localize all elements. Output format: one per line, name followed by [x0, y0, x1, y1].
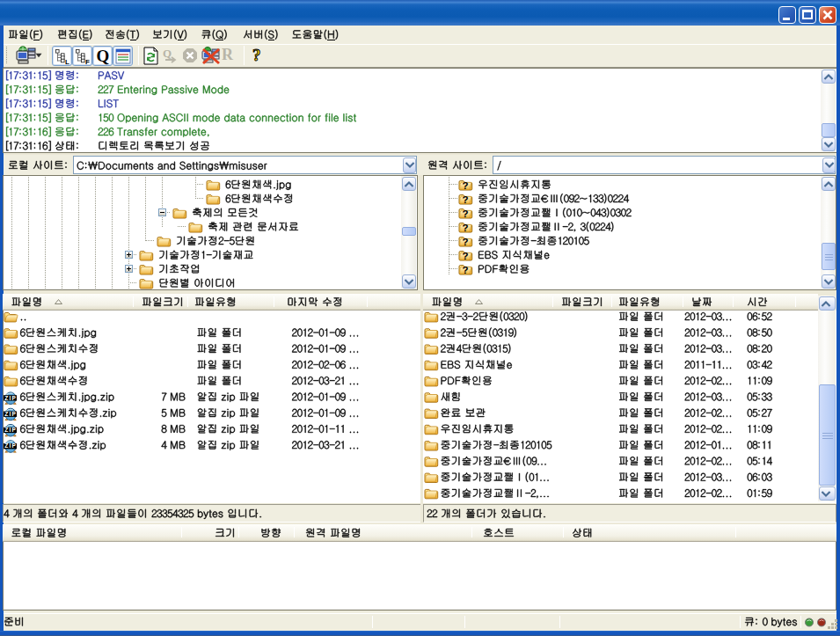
svg-text:F: F — [85, 58, 90, 64]
svg-text:L: L — [65, 58, 69, 64]
svg-text:?: ? — [252, 46, 261, 64]
svg-text:Q: Q — [163, 47, 172, 60]
